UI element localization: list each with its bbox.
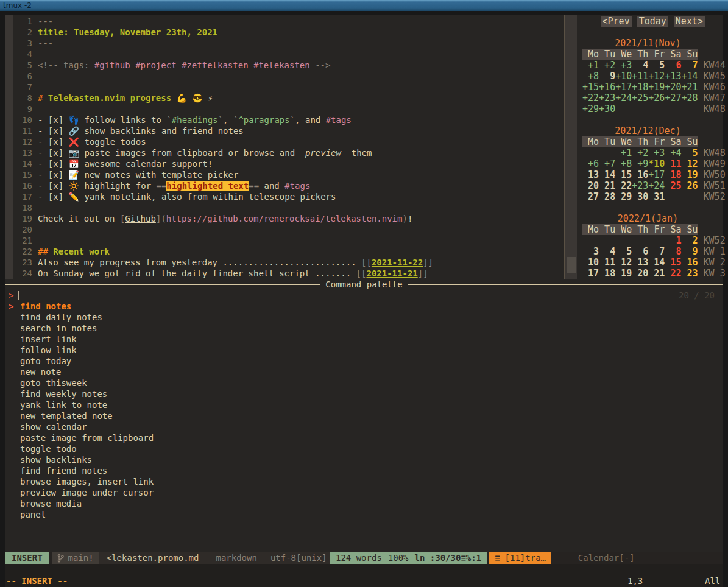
calendar-day[interactable]: 26 [681,180,698,191]
palette-item[interactable]: search in notes [20,323,154,334]
palette-item[interactable]: find friend notes [20,465,154,476]
calendar-day[interactable]: 20 [632,268,648,279]
next-button[interactable]: Next> [674,16,705,27]
calendar-day[interactable]: 5 [681,147,698,158]
calendar-day[interactable]: 12 [615,257,632,268]
palette-item[interactable]: preview image under cursor [20,487,154,498]
editor-line[interactable]: 24On Sunday we got rid of the daily find… [13,268,562,279]
calendar-day[interactable]: 1 [665,235,681,246]
calendar-day[interactable]: +24 [615,93,632,104]
calendar-day[interactable]: 4 [632,60,648,71]
calendar-day[interactable]: +24 [648,180,665,191]
calendar-day[interactable]: 15 [665,257,681,268]
calendar-day[interactable]: +1 [615,147,632,158]
calendar-day[interactable]: +4 [665,147,681,158]
calendar-scrollbar[interactable] [565,15,577,279]
palette-item[interactable]: panel [20,509,154,520]
editor-line[interactable]: 1--- [13,16,562,27]
calendar-day[interactable]: 10 [582,257,599,268]
calendar-day[interactable]: +23 [632,180,648,191]
prev-button[interactable]: <Prev [601,16,632,27]
palette-item[interactable]: show calendar [20,421,154,432]
editor-line[interactable]: 2title: Tuesday, November 23th, 2021 [13,27,562,38]
palette-item[interactable]: goto thisweek [20,378,154,388]
editor-line[interactable]: 13- [x] 📷 paste images from clipboard or… [13,147,562,158]
calendar-day[interactable]: 6 [632,246,648,257]
calendar-day[interactable]: 13 [582,169,599,180]
editor-line[interactable]: 4 [13,49,562,60]
calendar-day[interactable]: +30 [599,104,615,114]
calendar-day[interactable]: +2 [632,147,648,158]
window-separator[interactable] [564,15,565,279]
calendar-day[interactable]: 14 [648,257,665,268]
editor-line[interactable]: 14- [x] 📅 awesome calendar support! [13,158,562,169]
palette-selected-item[interactable]: > find notes [5,301,723,312]
calendar-day[interactable]: 18 [599,268,615,279]
calendar-day[interactable]: 19 [681,169,698,180]
palette-item[interactable]: paste image from clipboard [20,432,154,443]
calendar-day[interactable]: 31 [648,191,665,202]
calendar-day[interactable]: 22 [615,180,632,191]
calendar-day[interactable]: +19 [648,82,665,93]
calendar-day[interactable]: +1 [582,60,599,71]
calendar-day[interactable]: +23 [599,93,615,104]
calendar-day[interactable]: 22 [665,268,681,279]
calendar-day[interactable]: 2 [681,235,698,246]
editor-buffer[interactable]: 1---2title: Tuesday, November 23th, 2021… [13,16,562,279]
calendar-day[interactable]: +8 [582,71,599,82]
calendar-day[interactable]: 12 [681,158,698,169]
editor-line[interactable]: 20 [13,224,562,235]
note-link[interactable]: 2021-11-21 [366,269,417,278]
editor-line[interactable]: 3--- [13,38,562,49]
editor-line[interactable]: 18 [13,202,562,213]
calendar-day[interactable]: +18 [632,82,648,93]
command-line[interactable]: :lua require('telekasten').panel() [5,564,723,575]
editor-line[interactable]: 23Also see my progress from yesterday ..… [13,257,562,268]
calendar-day[interactable]: +21 [681,82,698,93]
calendar-day[interactable]: 11 [665,158,681,169]
calendar-day[interactable]: 5 [648,60,665,71]
calendar-day[interactable]: +7 [599,158,615,169]
note-link[interactable]: 2021-11-22 [372,258,423,267]
calendar-day[interactable]: 8 [665,246,681,257]
calendar-day[interactable]: 23 [681,268,698,279]
palette-item[interactable]: new templated note [20,410,154,421]
calendar-day[interactable]: 25 [665,180,681,191]
calendar-day[interactable]: +6 [582,158,599,169]
palette-item[interactable]: insert link [20,334,154,345]
calendar-day[interactable]: +16 [599,82,615,93]
calendar-day[interactable]: +2 [599,60,615,71]
calendar-scrollbar-thumb[interactable] [567,257,576,273]
editor-line[interactable]: 7 [13,82,562,93]
calendar-day[interactable]: +3 [615,60,632,71]
note-link[interactable]: Github [125,214,156,223]
calendar-day[interactable]: 7 [681,60,698,71]
palette-prompt-row[interactable]: > 20 / 20 [5,290,723,301]
calendar-day[interactable]: +17 [615,82,632,93]
calendar-day[interactable]: *10 [648,158,665,169]
editor-line[interactable]: 11- [x] 🔗 show backlinks and friend note… [13,125,562,136]
calendar-day[interactable]: +13 [665,71,681,82]
editor-line[interactable]: 8# Telekasten.nvim progress 💪 😎 ⚡ [13,93,562,104]
editor-line[interactable]: 10- [x] 👣 follow links to `#headings`, `… [13,114,562,125]
calendar-day[interactable]: 16 [681,257,698,268]
calendar-day[interactable]: +8 [615,158,632,169]
editor-line[interactable]: 6 [13,71,562,82]
calendar-day[interactable]: 11 [599,257,615,268]
editor-line[interactable]: 12- [x] ❌ toggle todos [13,136,562,147]
calendar-day[interactable]: +17 [648,169,665,180]
calendar-day[interactable]: 4 [599,246,615,257]
editor-line[interactable]: 22## Recent work [13,246,562,257]
calendar-day[interactable]: 18 [665,169,681,180]
editor-line[interactable]: 17- [x] ✏️ yank notelink, also from with… [13,191,562,202]
calendar-day[interactable]: 20 [582,180,599,191]
calendar-day[interactable]: 21 [648,268,665,279]
calendar-day[interactable]: +29 [582,104,599,114]
calendar-day[interactable]: +15 [582,82,599,93]
editor-line[interactable]: 21 [13,235,562,246]
calendar-day[interactable]: 3 [582,246,599,257]
calendar-day[interactable]: 14 [599,169,615,180]
editor-scrollbar[interactable] [5,15,13,279]
palette-item[interactable]: goto today [20,356,154,367]
calendar-day[interactable]: 16 [632,169,648,180]
